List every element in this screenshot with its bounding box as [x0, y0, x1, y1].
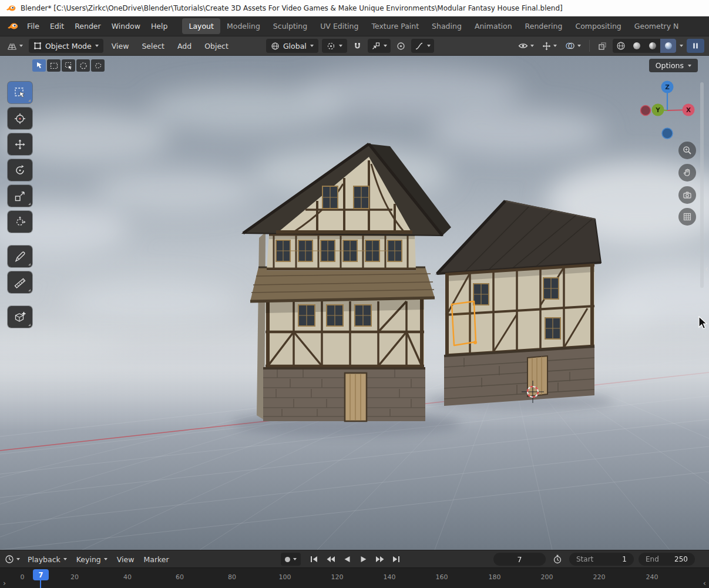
tool-transform[interactable] — [8, 211, 32, 233]
tab-animation[interactable]: Animation — [468, 18, 519, 34]
gizmo-axis-neg-z[interactable] — [662, 128, 673, 139]
jump-to-start-button[interactable] — [307, 552, 321, 566]
scroll-right-arrow[interactable]: ‹ — [703, 579, 706, 587]
menu-file[interactable]: File — [22, 19, 45, 33]
ruler-tick: 100 — [279, 573, 291, 581]
falloff-dropdown[interactable] — [411, 39, 434, 53]
next-keyframe-button[interactable] — [372, 552, 387, 566]
proportional-icon — [396, 42, 405, 51]
tool-annotate[interactable] — [8, 246, 32, 267]
gizmo-axis-neg-x[interactable] — [641, 106, 651, 116]
auto-keying-toggle[interactable] — [281, 553, 301, 566]
menu-window[interactable]: Window — [106, 19, 146, 33]
visibility-dropdown[interactable] — [516, 40, 536, 52]
tool-rotate[interactable] — [8, 159, 32, 181]
mode-dropdown[interactable]: Object Mode — [29, 39, 103, 53]
shading-rendered-button[interactable] — [660, 39, 676, 53]
tool-measure[interactable] — [8, 271, 32, 293]
move-tool-icon — [14, 138, 26, 151]
mouse-pointer — [698, 316, 708, 330]
select-box-cursor-mode[interactable] — [62, 59, 75, 72]
timeline-marker-menu[interactable]: Marker — [139, 553, 173, 566]
select-tweak-mode[interactable] — [32, 59, 46, 72]
timeline-ruler[interactable]: 0 20 40 60 80 100 120 140 160 180 200 22… — [0, 567, 709, 588]
select-box-mode[interactable] — [47, 59, 61, 72]
navigation-gizmo[interactable]: Z Y X — [635, 78, 700, 143]
menu-object[interactable]: Object — [200, 39, 233, 53]
tab-layout[interactable]: Layout — [182, 18, 220, 34]
play-reverse-button[interactable] — [340, 552, 354, 566]
ruler-tick: 140 — [384, 573, 396, 581]
gizmos-dropdown[interactable] — [540, 40, 559, 52]
menu-help[interactable]: Help — [146, 19, 173, 33]
end-frame-field[interactable]: End 250 — [639, 553, 695, 566]
titlebar: Blender* [C:\Users\Zirkc\OneDrive\Blende… — [0, 0, 709, 16]
start-frame-field[interactable]: Start 1 — [569, 553, 634, 566]
tab-texture-paint[interactable]: Texture Paint — [365, 18, 425, 34]
tab-geometry-nodes[interactable]: Geometry N — [628, 18, 686, 34]
tool-move[interactable] — [8, 133, 32, 155]
svg-text:Y: Y — [655, 106, 660, 113]
play-button[interactable] — [356, 552, 371, 566]
viewport-3d[interactable]: Options — [0, 56, 709, 550]
pivot-icon — [327, 42, 335, 51]
select-lasso-mode[interactable] — [91, 59, 105, 72]
tab-rendering[interactable]: Rendering — [519, 18, 569, 34]
prev-keyframe-button[interactable] — [323, 552, 338, 566]
shading-wireframe-button[interactable] — [613, 39, 629, 53]
tab-sculpting[interactable]: Sculpting — [267, 18, 314, 34]
timeline-editor-type-button[interactable] — [2, 553, 22, 566]
snap-toggle[interactable] — [351, 40, 364, 52]
current-frame-field[interactable]: 7 — [493, 553, 546, 566]
orientation-dropdown[interactable]: Global — [266, 39, 318, 53]
menu-view[interactable]: View — [107, 39, 134, 53]
sidebar-expand-arrow[interactable]: ‹ — [705, 265, 708, 274]
tab-compositing[interactable]: Compositing — [569, 18, 627, 34]
snap-target-dropdown[interactable] — [368, 39, 391, 53]
gizmo-axis-y[interactable]: Y — [652, 104, 664, 116]
options-button[interactable]: Options — [649, 59, 698, 72]
jump-to-end-button[interactable] — [389, 552, 404, 566]
use-preview-range-toggle[interactable] — [550, 553, 564, 566]
gizmo-axis-x[interactable]: X — [683, 104, 695, 116]
zoom-view-button[interactable] — [678, 142, 696, 159]
shading-material-button[interactable] — [644, 39, 660, 53]
menu-edit[interactable]: Edit — [45, 19, 69, 33]
menu-render[interactable]: Render — [69, 19, 106, 33]
tool-add-primitive[interactable] — [8, 306, 32, 328]
ortho-toggle-button[interactable] — [678, 208, 696, 226]
editor-type-button[interactable] — [5, 40, 25, 52]
pause-button[interactable] — [687, 39, 704, 53]
proportional-edit-toggle[interactable] — [394, 40, 408, 52]
measure-tool-icon — [14, 276, 26, 289]
select-circle-mode[interactable] — [76, 59, 90, 72]
tool-cursor[interactable] — [8, 107, 32, 129]
viewport-scrollbar[interactable] — [700, 82, 704, 288]
menu-select[interactable]: Select — [137, 39, 169, 53]
scroll-left-arrow[interactable]: › — [3, 579, 6, 587]
subtool-corner — [28, 324, 31, 326]
gizmo-axis-z[interactable]: Z — [661, 81, 674, 93]
tab-modeling[interactable]: Modeling — [220, 18, 267, 34]
tab-shading[interactable]: Shading — [425, 18, 468, 34]
timeline-menus: Playback Keying View Marker — [2, 550, 173, 568]
menu-add[interactable]: Add — [173, 39, 196, 53]
pan-view-button[interactable] — [678, 164, 696, 182]
svg-text:X: X — [686, 106, 691, 113]
tab-uv-editing[interactable]: UV Editing — [314, 18, 365, 34]
tool-scale[interactable] — [8, 185, 32, 207]
top-menubar: File Edit Render Window Help Layout Mode… — [0, 16, 709, 36]
shading-solid-button[interactable] — [629, 39, 644, 53]
xray-toggle[interactable] — [596, 40, 609, 52]
blender-menu-icon[interactable] — [4, 22, 22, 31]
chevron-down-icon[interactable] — [680, 45, 683, 47]
pivot-dropdown[interactable] — [322, 39, 347, 53]
keying-menu[interactable]: Keying — [72, 553, 112, 566]
timeline-view-menu[interactable]: View — [113, 553, 139, 566]
playback-menu[interactable]: Playback — [23, 553, 71, 566]
selected-wall-module[interactable] — [452, 301, 477, 345]
tool-select-box[interactable] — [8, 82, 32, 103]
camera-view-button[interactable] — [678, 186, 696, 204]
playhead[interactable]: 7 — [33, 569, 49, 580]
overlays-dropdown[interactable] — [563, 40, 583, 52]
